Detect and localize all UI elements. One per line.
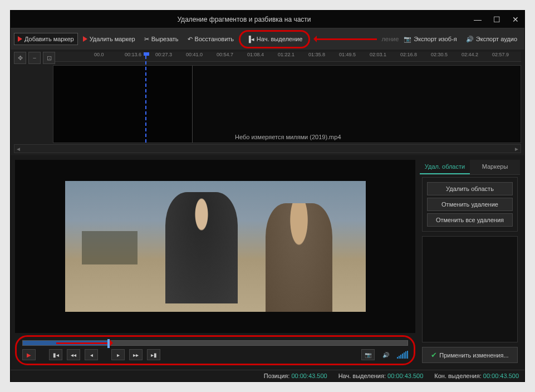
export-audio-label: Экспорт аудио	[476, 36, 517, 42]
tick: 01:08.4	[247, 52, 278, 57]
delete-marker-label: Удалить маркер	[90, 36, 135, 42]
titlebar: Удаление фрагментов и разбивка на части …	[11, 11, 524, 28]
preview-column: ▶ ▮◂ ◂◂ ◂ ▸ ▸▸ ▸▮ 📷 🔊	[15, 160, 415, 365]
next-frame-button[interactable]: ▸	[111, 349, 125, 360]
rewind-button[interactable]: ◂◂	[67, 349, 80, 360]
status-sel-end: Кон. выделения: 00:00:43.500	[434, 373, 519, 379]
transport-controls: ▶ ▮◂ ◂◂ ◂ ▸ ▸▸ ▸▮ 📷 🔊	[22, 349, 408, 360]
volume-icon[interactable]: 🔊	[379, 349, 392, 360]
flag-icon	[83, 36, 87, 42]
video-clip[interactable]	[53, 66, 193, 143]
scene-person	[165, 192, 238, 303]
maximize-button[interactable]: ☐	[492, 15, 501, 24]
forward-button[interactable]: ▸▸	[129, 349, 143, 360]
audio-icon: 🔊	[466, 36, 474, 43]
export-image-label: Экспорт изоб-я	[414, 36, 457, 42]
delete-region-button[interactable]: Удалить область	[427, 182, 513, 195]
video-preview	[15, 160, 415, 333]
export-image-button[interactable]: 📷 Экспорт изоб-я	[400, 33, 461, 46]
status-position: Позиция: 00:00:43.500	[264, 373, 327, 379]
side-tabs: Удал. области Маркеры	[420, 160, 520, 175]
status-sel-start: Нач. выделения: 00:00:43.500	[338, 373, 424, 379]
highlight-annotation: ▐◂ Нач. выделение	[239, 30, 310, 48]
tick: 01:49.5	[339, 52, 370, 57]
undo-icon: ↶	[188, 36, 193, 43]
scene-vehicle	[82, 231, 138, 264]
tick: 02:30.5	[431, 52, 462, 57]
tick: 00:41.0	[186, 52, 217, 57]
flag-icon	[18, 36, 22, 42]
side-panel: Удал. области Маркеры Удалить область От…	[420, 160, 520, 365]
seek-handle[interactable]	[107, 339, 110, 348]
snapshot-button[interactable]: 📷	[361, 349, 375, 360]
timeline-ruler[interactable]: 00.0 00:13.6 00:27.3 00:41.0 00:54.7 01:…	[55, 52, 521, 62]
sel-end-value: 00:00:43.500	[483, 373, 519, 379]
window-controls: — ☐ ✕	[473, 15, 520, 24]
add-marker-button[interactable]: Добавить маркер	[14, 33, 78, 45]
add-marker-label: Добавить маркер	[24, 36, 74, 42]
timeline-scrollbar[interactable]: ◄ ►	[14, 144, 521, 153]
delete-marker-button[interactable]: Удалить маркер	[79, 33, 139, 45]
video-frame	[65, 181, 366, 312]
scroll-left-icon[interactable]: ◄	[16, 146, 21, 152]
restore-label: Восстановить	[195, 36, 234, 42]
tick: 01:35.8	[308, 52, 339, 57]
window-title: Удаление фрагментов и разбивка на части	[15, 16, 473, 23]
regions-list[interactable]	[422, 236, 518, 342]
region-actions: Удалить область Отменить удаление Отмени…	[422, 177, 518, 232]
zoom-in-button[interactable]: ✥	[14, 52, 26, 64]
tick: 00:27.3	[155, 52, 186, 57]
player-controls-highlight: ▶ ▮◂ ◂◂ ◂ ▸ ▸▸ ▸▮ 📷 🔊	[15, 335, 415, 365]
start-sel-label: Нач. выделение	[257, 36, 302, 42]
tick: 02:03.1	[370, 52, 400, 57]
prev-frame-button[interactable]: ◂	[85, 349, 98, 360]
scissors-icon: ✂	[144, 36, 149, 43]
tick: 02:16.8	[400, 52, 431, 57]
end-sel-partial: ление	[381, 36, 399, 42]
tick: 01:22.1	[278, 52, 308, 57]
toolbar: Добавить маркер Удалить маркер ✂ Вырезат…	[11, 28, 524, 50]
annotation-arrow	[56, 342, 112, 344]
timeline-track[interactable]: Небо измеряется милями (2019).mp4	[53, 65, 521, 143]
toolbar-right: 📷 Экспорт изоб-я 🔊 Экспорт аудио	[400, 33, 521, 46]
zoom-out-button[interactable]: −	[28, 52, 41, 64]
cut-label: Вырезать	[151, 36, 179, 42]
apply-changes-button[interactable]: ✔ Применить изменения...	[422, 347, 518, 363]
seek-bar[interactable]	[22, 340, 408, 346]
tab-markers[interactable]: Маркеры	[470, 160, 520, 174]
apply-label: Применить изменения...	[439, 352, 508, 359]
camera-icon: 📷	[404, 36, 411, 43]
scroll-right-icon[interactable]: ►	[514, 146, 519, 152]
start-selection-button[interactable]: ▐◂ Нач. выделение	[243, 33, 306, 46]
tick: 02:57.9	[492, 52, 521, 57]
play-button[interactable]: ▶	[22, 349, 36, 360]
undo-delete-button[interactable]: Отменить удаление	[427, 198, 513, 211]
annotation-arrow	[315, 38, 377, 40]
playhead[interactable]	[145, 56, 146, 143]
check-icon: ✔	[431, 351, 437, 359]
clip-filename: Небо измеряется милями (2019).mp4	[235, 134, 341, 140]
sel-start-value: 00:00:43.500	[387, 373, 423, 379]
timeline-area: ✥ − ⊡ 00.0 00:13.6 00:27.3 00:41.0 00:54…	[11, 50, 524, 155]
goto-end-button[interactable]: ▸▮	[147, 349, 160, 360]
main-area: ▶ ▮◂ ◂◂ ◂ ▸ ▸▸ ▸▮ 📷 🔊	[11, 155, 524, 370]
goto-start-button[interactable]: ▮◂	[49, 349, 62, 360]
sel-start-icon: ▐◂	[247, 36, 254, 43]
export-audio-button[interactable]: 🔊 Экспорт аудио	[462, 33, 521, 46]
app-window: Удаление фрагментов и разбивка на части …	[10, 10, 525, 382]
position-value: 00:00:43.500	[291, 373, 327, 379]
cut-button[interactable]: ✂ Вырезать	[140, 33, 183, 46]
zoom-fit-button[interactable]: ⊡	[43, 52, 55, 64]
statusbar: Позиция: 00:00:43.500 Нач. выделения: 00…	[11, 370, 524, 381]
timeline-zoom-controls: ✥ − ⊡	[14, 52, 55, 64]
tick: 00.0	[94, 52, 125, 57]
undo-all-button[interactable]: Отменить все удаления	[427, 213, 513, 227]
volume-bars[interactable]	[397, 351, 408, 359]
tick: 02:44.2	[462, 52, 492, 57]
restore-button[interactable]: ↶ Восстановить	[184, 33, 238, 46]
tick: 00:13.6	[125, 52, 155, 57]
tick: 00:54.7	[217, 52, 247, 57]
minimize-button[interactable]: —	[473, 15, 482, 24]
close-button[interactable]: ✕	[511, 15, 520, 24]
tab-regions[interactable]: Удал. области	[420, 160, 470, 174]
